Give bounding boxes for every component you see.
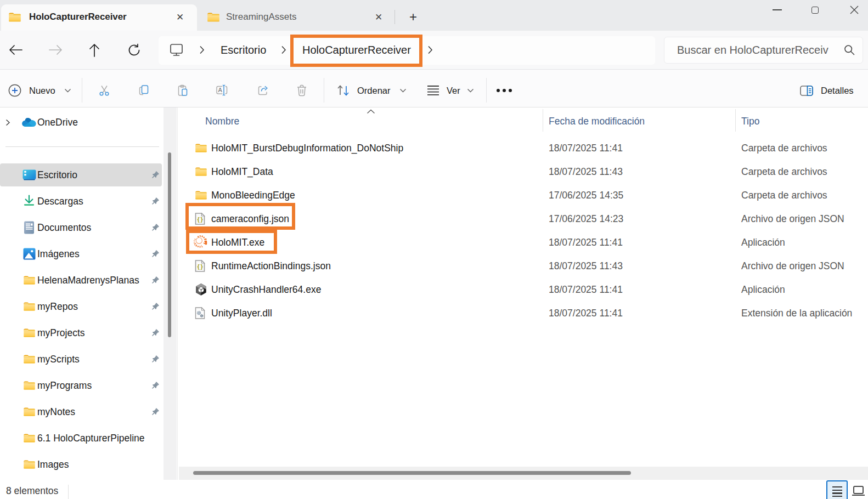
svg-text:}: }	[201, 263, 204, 270]
svg-text:A: A	[218, 87, 223, 93]
svg-text:{: {	[198, 263, 200, 270]
